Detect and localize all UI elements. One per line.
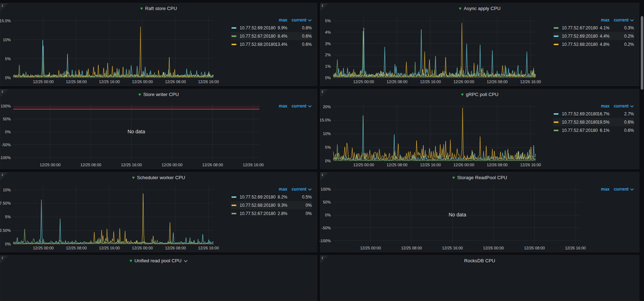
svg-text:10%: 10% [323, 132, 331, 136]
legend-sort-max[interactable]: max [590, 187, 610, 192]
svg-text:2%: 2% [325, 53, 331, 57]
legend-sort-max[interactable]: max [268, 104, 287, 109]
info-icon: i [2, 256, 3, 260]
panel-title: Scheduler worker CPU [137, 175, 185, 180]
series-name[interactable]: 10.77.52.67:20180 [240, 211, 268, 216]
legend: max current 10.77.52.67:20180 4.1% 0.3% … [553, 13, 639, 86]
legend-sort-current[interactable]: current [610, 104, 634, 109]
timeseries-chart[interactable]: 100%50%0%-50%-100%12/25 00:0012/25 08:00… [320, 182, 585, 252]
panel-info-corner[interactable]: i [320, 89, 328, 97]
svg-text:12/26 08:00: 12/26 08:00 [524, 246, 545, 250]
svg-text:5%: 5% [325, 19, 331, 23]
legend: max current 10.77.52.69:20180 8.2% 0.5% … [231, 182, 317, 252]
legend: max current 10.77.52.69:20180 9.9% 0.8% … [231, 13, 317, 86]
panel-header[interactable]: ♥ Storage ReadPool CPU [320, 172, 639, 182]
panel-info-corner[interactable]: i [0, 3, 8, 11]
chevron-down-icon [630, 188, 634, 191]
panel-storage-readpool-cpu: i ♥ Storage ReadPool CPU 100%50%0%-50%-1… [320, 172, 639, 252]
series-color-marker [554, 113, 559, 115]
timeseries-chart[interactable]: 15.0%10%5%0%12/25 00:0012/25 08:0012/25 … [0, 13, 231, 86]
legend-row: 10.77.52.68:20180 9.3% 0% [231, 201, 312, 209]
series-max-value: 4.8% [590, 42, 610, 47]
panel-menu-chevron-icon [184, 260, 188, 262]
panel-header[interactable]: ♥ Store writer CPU [0, 89, 317, 99]
svg-text:0%: 0% [5, 130, 11, 134]
panel-header[interactable]: ♥ Scheduler worker CPU [0, 172, 317, 182]
series-name[interactable]: 10.77.52.69:20180 [562, 34, 590, 39]
panel-info-corner[interactable]: i [320, 255, 328, 263]
legend-sort-current[interactable]: current [287, 187, 312, 192]
panel-header[interactable]: ♥ gRPC poll CPU [320, 89, 639, 99]
legend-sort-current[interactable]: current [287, 104, 312, 109]
timeseries-chart[interactable]: 20%15.0%10%5%0%12/25 00:0012/25 08:0012/… [320, 99, 553, 169]
legend-sort-current[interactable]: current [610, 187, 634, 192]
series-color-marker [554, 27, 559, 29]
timeseries-chart[interactable]: 5%4%3%2%1%0%12/25 00:0012/25 08:0012/25 … [320, 13, 553, 86]
health-ok-heart-icon: ♥ [452, 175, 455, 180]
series-color-marker [554, 121, 559, 123]
series-name[interactable]: 10.77.52.69:20180 [240, 195, 268, 200]
series-color-marker [554, 35, 559, 37]
series-max-value: 19.5% [590, 120, 610, 125]
info-icon: i [322, 256, 323, 260]
series-name[interactable]: 10.77.52.67:20180 [562, 128, 590, 133]
panel-info-corner[interactable]: i [0, 255, 8, 263]
svg-text:12/25 00:00: 12/25 00:00 [353, 163, 374, 167]
panel-header[interactable]: RocksDB CPU [320, 255, 639, 266]
svg-text:2.50%: 2.50% [0, 228, 11, 233]
panel-header[interactable]: ♥ Unified read pool CPU [0, 255, 317, 266]
svg-text:12/26 00:00: 12/26 00:00 [132, 246, 153, 250]
series-max-value: 13.4% [268, 42, 287, 47]
chevron-down-icon [308, 105, 312, 108]
series-current-value: 0% [287, 211, 312, 216]
info-icon: i [2, 4, 3, 8]
series-name[interactable]: 10.77.52.68:20180 [562, 120, 590, 125]
series-color-marker [554, 130, 559, 131]
series-name[interactable]: 10.77.52.67:20180 [240, 34, 268, 39]
series-color-marker [231, 213, 236, 214]
svg-text:No data: No data [448, 212, 466, 218]
panel-rocksdb-cpu: i RocksDB CPU [320, 255, 639, 301]
legend-sort-max[interactable]: max [590, 18, 610, 23]
panel-header[interactable]: ♥ Async apply CPU [320, 3, 639, 13]
legend-header: max current [263, 104, 312, 109]
series-name[interactable]: 10.77.52.69:20180 [240, 25, 268, 30]
series-name[interactable]: 10.77.52.68:20180 [562, 42, 590, 47]
legend-sort-max[interactable]: max [268, 187, 287, 192]
panel-info-corner[interactable]: i [0, 89, 8, 97]
svg-text:12/25 00:00: 12/25 00:00 [33, 246, 54, 250]
legend-sort-max[interactable]: max [268, 18, 287, 23]
chevron-down-icon [308, 188, 312, 191]
svg-text:12/26 16:00: 12/26 16:00 [198, 246, 219, 250]
series-current-value: 0.6% [287, 42, 312, 47]
panel-info-corner[interactable]: i [0, 172, 8, 180]
series-name[interactable]: 10.77.52.68:20180 [240, 42, 268, 47]
timeseries-chart[interactable]: 100%50%0%-50%-100%12/25 00:0012/25 08:00… [0, 99, 263, 169]
health-ok-heart-icon: ♥ [138, 92, 141, 97]
panel-info-corner[interactable]: i [320, 172, 328, 180]
legend-sort-max[interactable]: max [590, 104, 610, 109]
svg-text:-50%: -50% [1, 143, 11, 147]
svg-text:No data: No data [127, 129, 145, 134]
panel-header[interactable]: ♥ Raft store CPU [0, 3, 317, 13]
series-color-marker [554, 44, 559, 45]
svg-text:12/26 00:00: 12/26 00:00 [483, 246, 504, 250]
svg-text:12/26 08:00: 12/26 08:00 [165, 246, 186, 250]
series-max-value: 9.9% [268, 25, 287, 30]
legend-sort-current[interactable]: current [287, 18, 312, 23]
legend-row: 10.77.52.67:20180 4.1% 0.3% [553, 24, 634, 32]
svg-text:50%: 50% [3, 117, 11, 121]
series-name[interactable]: 10.77.52.67:20180 [562, 25, 590, 30]
panel-grpc-poll-cpu: i ♥ gRPC poll CPU 20%15.0%10%5%0%12/25 0… [320, 89, 639, 169]
panel-info-corner[interactable]: i [320, 3, 328, 11]
timeseries-chart[interactable]: 10%7.50%5%2.50%0%12/25 00:0012/25 08:001… [0, 182, 231, 252]
vertical-scrollbar-thumb[interactable] [641, 16, 643, 90]
svg-text:15.0%: 15.0% [0, 19, 11, 23]
legend-row: 10.77.52.68:20180 13.4% 0.6% [231, 40, 312, 48]
health-ok-heart-icon: ♥ [132, 175, 135, 180]
series-name[interactable]: 10.77.52.69:20180 [562, 111, 590, 116]
series-name[interactable]: 10.77.52.68:20180 [240, 203, 268, 208]
svg-text:12/25 16:00: 12/25 16:00 [420, 80, 441, 84]
svg-text:5%: 5% [325, 145, 331, 149]
legend-sort-current[interactable]: current [610, 18, 634, 23]
